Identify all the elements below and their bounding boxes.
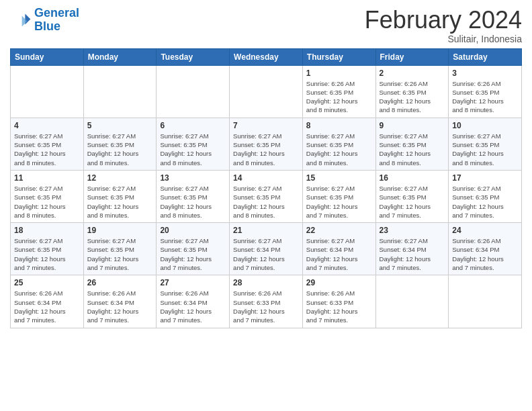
logo-text: General Blue	[34, 7, 79, 34]
logo-icon	[10, 9, 32, 31]
week-row-1: 1Sunrise: 6:26 AMSunset: 6:35 PMDaylight…	[11, 65, 522, 118]
day-cell: 29Sunrise: 6:26 AMSunset: 6:33 PMDayligh…	[302, 275, 375, 328]
day-cell	[230, 65, 303, 118]
day-cell: 8Sunrise: 6:27 AMSunset: 6:35 PMDaylight…	[302, 118, 375, 170]
day-info: Sunrise: 6:26 AMSunset: 6:35 PMDaylight:…	[306, 79, 372, 115]
logo: General Blue	[10, 7, 79, 34]
day-info: Sunrise: 6:27 AMSunset: 6:35 PMDaylight:…	[452, 184, 518, 220]
day-number: 28	[233, 278, 299, 287]
day-cell: 22Sunrise: 6:27 AMSunset: 6:34 PMDayligh…	[302, 223, 375, 275]
day-info: Sunrise: 6:27 AMSunset: 6:35 PMDaylight:…	[14, 132, 80, 167]
day-cell: 4Sunrise: 6:27 AMSunset: 6:35 PMDaylight…	[11, 118, 84, 170]
header-thursday: Thursday	[302, 48, 375, 65]
month-title: February 2024	[365, 7, 522, 34]
day-number: 22	[306, 226, 372, 235]
day-number: 17	[452, 173, 518, 183]
day-cell: 3Sunrise: 6:26 AMSunset: 6:35 PMDaylight…	[449, 65, 522, 118]
day-number: 8	[306, 121, 372, 130]
day-cell: 5Sunrise: 6:27 AMSunset: 6:35 PMDaylight…	[83, 118, 157, 170]
header: General Blue February 2024 Sulitair, Ind…	[10, 7, 522, 44]
day-cell: 21Sunrise: 6:27 AMSunset: 6:34 PMDayligh…	[230, 223, 303, 275]
day-number: 15	[306, 173, 372, 183]
day-number: 1	[306, 68, 372, 78]
day-number: 10	[452, 121, 518, 130]
day-number: 14	[233, 173, 299, 183]
day-info: Sunrise: 6:27 AMSunset: 6:35 PMDaylight:…	[306, 184, 372, 220]
week-row-5: 25Sunrise: 6:26 AMSunset: 6:34 PMDayligh…	[11, 275, 522, 328]
day-number: 27	[160, 278, 226, 287]
week-row-3: 11Sunrise: 6:27 AMSunset: 6:35 PMDayligh…	[11, 170, 522, 222]
day-cell: 20Sunrise: 6:27 AMSunset: 6:35 PMDayligh…	[157, 223, 230, 275]
day-number: 11	[14, 173, 80, 183]
day-cell: 9Sunrise: 6:27 AMSunset: 6:35 PMDaylight…	[375, 118, 449, 170]
day-number: 2	[380, 68, 445, 78]
day-info: Sunrise: 6:26 AMSunset: 6:34 PMDaylight:…	[160, 289, 226, 324]
day-cell	[11, 65, 84, 118]
day-number: 9	[380, 121, 445, 130]
day-cell: 15Sunrise: 6:27 AMSunset: 6:35 PMDayligh…	[302, 170, 375, 222]
week-row-2: 4Sunrise: 6:27 AMSunset: 6:35 PMDaylight…	[11, 118, 522, 170]
day-number: 4	[14, 121, 80, 130]
day-cell: 23Sunrise: 6:27 AMSunset: 6:34 PMDayligh…	[375, 223, 449, 275]
day-cell: 17Sunrise: 6:27 AMSunset: 6:35 PMDayligh…	[449, 170, 522, 222]
week-row-4: 18Sunrise: 6:27 AMSunset: 6:35 PMDayligh…	[11, 223, 522, 275]
day-number: 29	[306, 278, 372, 287]
day-info: Sunrise: 6:27 AMSunset: 6:35 PMDaylight:…	[306, 132, 372, 167]
day-info: Sunrise: 6:27 AMSunset: 6:35 PMDaylight:…	[87, 132, 153, 167]
logo-line1: General	[34, 6, 79, 19]
day-number: 12	[87, 173, 153, 183]
day-number: 7	[233, 121, 299, 130]
day-number: 13	[160, 173, 226, 183]
day-info: Sunrise: 6:27 AMSunset: 6:35 PMDaylight:…	[380, 132, 445, 167]
day-info: Sunrise: 6:26 AMSunset: 6:33 PMDaylight:…	[306, 289, 372, 324]
day-number: 6	[160, 121, 226, 130]
day-cell	[449, 275, 522, 328]
day-cell: 14Sunrise: 6:27 AMSunset: 6:35 PMDayligh…	[230, 170, 303, 222]
svg-marker-0	[25, 13, 30, 24]
day-info: Sunrise: 6:27 AMSunset: 6:34 PMDaylight:…	[233, 236, 299, 272]
day-info: Sunrise: 6:27 AMSunset: 6:35 PMDaylight:…	[233, 132, 299, 167]
day-cell: 27Sunrise: 6:26 AMSunset: 6:34 PMDayligh…	[157, 275, 230, 328]
header-saturday: Saturday	[449, 48, 522, 65]
day-number: 16	[380, 173, 445, 183]
day-number: 18	[14, 226, 80, 235]
day-info: Sunrise: 6:26 AMSunset: 6:35 PMDaylight:…	[380, 79, 445, 115]
day-cell: 25Sunrise: 6:26 AMSunset: 6:34 PMDayligh…	[11, 275, 84, 328]
day-number: 21	[233, 226, 299, 235]
calendar: Sunday Monday Tuesday Wednesday Thursday…	[10, 48, 522, 328]
page: General Blue February 2024 Sulitair, Ind…	[0, 0, 532, 411]
day-number: 5	[87, 121, 153, 130]
day-info: Sunrise: 6:27 AMSunset: 6:35 PMDaylight:…	[87, 236, 153, 272]
header-wednesday: Wednesday	[230, 48, 303, 65]
location-subtitle: Sulitair, Indonesia	[365, 34, 522, 44]
day-info: Sunrise: 6:26 AMSunset: 6:34 PMDaylight:…	[87, 289, 153, 324]
day-info: Sunrise: 6:27 AMSunset: 6:35 PMDaylight:…	[14, 236, 80, 272]
day-cell: 2Sunrise: 6:26 AMSunset: 6:35 PMDaylight…	[375, 65, 449, 118]
day-info: Sunrise: 6:27 AMSunset: 6:35 PMDaylight:…	[160, 236, 226, 272]
day-info: Sunrise: 6:26 AMSunset: 6:33 PMDaylight:…	[233, 289, 299, 324]
day-cell: 6Sunrise: 6:27 AMSunset: 6:35 PMDaylight…	[157, 118, 230, 170]
day-number: 24	[452, 226, 518, 235]
day-cell: 13Sunrise: 6:27 AMSunset: 6:35 PMDayligh…	[157, 170, 230, 222]
day-cell: 7Sunrise: 6:27 AMSunset: 6:35 PMDaylight…	[230, 118, 303, 170]
day-number: 3	[452, 68, 518, 78]
header-row: Sunday Monday Tuesday Wednesday Thursday…	[11, 48, 522, 65]
day-info: Sunrise: 6:27 AMSunset: 6:35 PMDaylight:…	[452, 132, 518, 167]
header-sunday: Sunday	[11, 48, 84, 65]
day-cell: 10Sunrise: 6:27 AMSunset: 6:35 PMDayligh…	[449, 118, 522, 170]
day-number: 26	[87, 278, 153, 287]
logo-line2: Blue	[34, 19, 60, 33]
day-info: Sunrise: 6:26 AMSunset: 6:34 PMDaylight:…	[14, 289, 80, 324]
day-number: 25	[14, 278, 80, 287]
day-cell: 16Sunrise: 6:27 AMSunset: 6:35 PMDayligh…	[375, 170, 449, 222]
day-info: Sunrise: 6:27 AMSunset: 6:35 PMDaylight:…	[160, 184, 226, 220]
day-cell: 1Sunrise: 6:26 AMSunset: 6:35 PMDaylight…	[302, 65, 375, 118]
day-info: Sunrise: 6:27 AMSunset: 6:34 PMDaylight:…	[380, 236, 445, 272]
day-info: Sunrise: 6:27 AMSunset: 6:35 PMDaylight:…	[160, 132, 226, 167]
day-info: Sunrise: 6:27 AMSunset: 6:34 PMDaylight:…	[306, 236, 372, 272]
day-number: 20	[160, 226, 226, 235]
header-tuesday: Tuesday	[157, 48, 230, 65]
calendar-header: Sunday Monday Tuesday Wednesday Thursday…	[11, 48, 522, 65]
day-number: 23	[380, 226, 445, 235]
title-block: February 2024 Sulitair, Indonesia	[365, 7, 522, 44]
